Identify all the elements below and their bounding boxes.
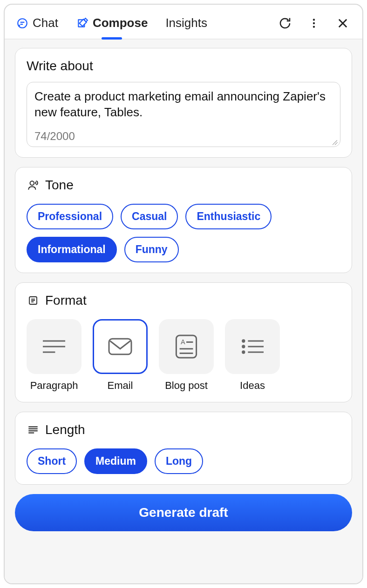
format-option-ideas[interactable]: Ideas	[225, 319, 280, 392]
tab-label: Chat	[33, 16, 58, 30]
svg-point-26	[243, 351, 245, 353]
svg-point-4	[313, 22, 315, 24]
format-options: Paragraph Email A	[27, 319, 340, 392]
char-count: 74/2000	[34, 130, 333, 143]
resize-handle[interactable]	[331, 137, 338, 145]
header: Chat Compose Insights	[5, 5, 362, 40]
length-option-medium[interactable]: Medium	[84, 448, 147, 474]
format-label: Paragraph	[30, 380, 78, 392]
prompt-textarea-wrap: 74/2000	[27, 82, 340, 147]
svg-point-24	[243, 346, 245, 347]
blog-post-icon: A	[170, 330, 203, 363]
length-option-short[interactable]: Short	[27, 448, 77, 474]
tab-label: Insights	[165, 16, 207, 30]
svg-rect-16	[109, 339, 131, 354]
svg-text:A: A	[181, 338, 185, 346]
tab-insights[interactable]: Insights	[165, 11, 207, 35]
svg-rect-17	[176, 335, 196, 358]
format-label: Email	[107, 380, 133, 392]
tone-options: Professional Casual Enthusiastic Informa…	[27, 204, 340, 262]
format-card: Format Paragraph	[15, 282, 352, 402]
tab-compose[interactable]: Compose	[76, 11, 148, 35]
refresh-button[interactable]	[277, 15, 293, 32]
length-icon	[27, 423, 40, 436]
tab-label: Compose	[93, 16, 148, 30]
tone-option-enthusiastic[interactable]: Enthusiastic	[185, 204, 272, 229]
write-about-title: Write about	[27, 59, 340, 74]
svg-point-5	[313, 26, 315, 27]
tone-option-casual[interactable]: Casual	[121, 204, 178, 229]
tone-option-informational[interactable]: Informational	[27, 237, 117, 262]
tone-card: Tone Professional Casual Enthusiastic In…	[15, 167, 352, 273]
length-option-long[interactable]: Long	[155, 448, 203, 474]
length-options: Short Medium Long	[27, 448, 340, 474]
format-title: Format	[45, 293, 87, 308]
generate-draft-button[interactable]: Generate draft	[15, 494, 352, 531]
tab-chat[interactable]: Chat	[16, 11, 58, 35]
format-icon	[27, 294, 40, 307]
tabs: Chat Compose Insights	[16, 11, 277, 35]
tone-title: Tone	[45, 178, 74, 193]
compose-icon	[76, 17, 89, 30]
format-option-paragraph[interactable]: Paragraph	[27, 319, 82, 392]
length-card: Length Short Medium Long	[15, 412, 352, 485]
tone-icon	[27, 179, 40, 192]
ideas-icon	[236, 330, 269, 363]
length-title: Length	[45, 422, 85, 437]
format-option-email[interactable]: Email	[93, 319, 148, 392]
close-button[interactable]	[334, 15, 351, 32]
compose-panel: Chat Compose Insights	[4, 4, 363, 584]
svg-point-22	[243, 340, 245, 342]
header-actions	[277, 15, 351, 32]
svg-point-8	[30, 181, 34, 185]
paragraph-icon	[37, 330, 71, 363]
tone-option-professional[interactable]: Professional	[27, 204, 113, 229]
email-icon	[103, 330, 137, 363]
tone-option-funny[interactable]: Funny	[124, 237, 179, 262]
chat-icon	[16, 17, 29, 30]
more-button[interactable]	[306, 15, 322, 32]
body[interactable]: Write about 74/2000 Tone	[5, 40, 362, 583]
svg-point-3	[313, 19, 315, 20]
prompt-textarea[interactable]	[34, 89, 333, 124]
format-option-blog-post[interactable]: A Blog post	[159, 319, 214, 392]
format-label: Ideas	[240, 380, 265, 392]
format-label: Blog post	[165, 380, 208, 392]
write-about-card: Write about 74/2000	[15, 48, 352, 158]
